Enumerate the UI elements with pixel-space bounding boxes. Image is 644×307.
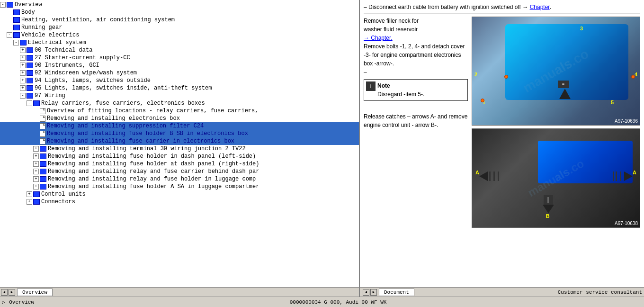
tree-item-90-instruments[interactable]: +90 Instruments, GCI	[0, 62, 359, 69]
tree-item-removing-electronics-box[interactable]: Removing and installing electronics box	[0, 115, 359, 122]
expand-removing-relay-fuse-dash[interactable]: +	[33, 169, 39, 174]
tree-item-96-lights[interactable]: +96 Lights, lamps, switches inside, anti…	[0, 84, 359, 92]
tree-item-removing-suppression[interactable]: Removing and installing suppression filt…	[0, 122, 359, 130]
expand-94-lights[interactable]: +	[20, 78, 26, 83]
expand-removing-fuse-holder-sa[interactable]: +	[33, 184, 39, 190]
tree-item-94-lights[interactable]: +94 Lights, lamps, switches outside	[0, 77, 359, 84]
overview-label: Overview	[9, 299, 34, 305]
tree-label-00-tech: 00 Technical data	[35, 47, 92, 54]
expand-27-starter[interactable]: +	[20, 55, 26, 61]
tree-item-overview-fitting[interactable]: Overview of fitting locations - relay ca…	[0, 107, 359, 115]
dash-text: –	[364, 68, 468, 76]
tree-label-relay-carriers: Relay carriers, fuse carriers, electroni…	[41, 100, 205, 107]
expand-removing-fuse-dash-right[interactable]: +	[33, 161, 39, 167]
tree-label-92-windscreen: 92 Windscreen wipe/wash system	[35, 70, 137, 76]
expand-removing-fuse-dash-left[interactable]: +	[33, 154, 39, 159]
expand-92-windscreen[interactable]: +	[20, 70, 26, 76]
nav-arrows-left[interactable]: ◄ ►	[0, 288, 16, 297]
expand-electrical-system[interactable]: -	[13, 40, 19, 45]
tree-item-removing-terminal30[interactable]: +Removing and installing terminal 30 wir…	[0, 145, 359, 153]
left-bottom-bar: ◄ ► Overview	[0, 288, 360, 297]
tree-label-removing-electronics-box: Removing and installing electronics box	[47, 115, 180, 122]
book-icon-relay-carriers	[33, 100, 40, 106]
tree-label-90-instruments: 90 Instruments, GCI	[35, 62, 99, 69]
overview-tab[interactable]: Overview	[17, 289, 53, 296]
expand-00-tech[interactable]: +	[20, 47, 26, 53]
tree-label-removing-terminal30: Removing and installing terminal 30 wiri…	[48, 145, 246, 152]
chapter-arrow: →	[522, 4, 529, 10]
label-a-left: A	[475, 170, 479, 175]
expand-removing-terminal30[interactable]: +	[33, 146, 39, 152]
expand-97-wiring[interactable]: -	[20, 93, 26, 99]
note-text: Disregard -item 5-.	[377, 91, 424, 98]
tree-item-00-tech[interactable]: +00 Technical data	[0, 46, 359, 54]
tree-item-body[interactable]: Body	[0, 9, 359, 16]
nav-arrows-right[interactable]: ◄ ►	[362, 288, 378, 297]
tree-label-removing-fuse-dash-right: Removing and installing fuse holder at d…	[48, 161, 259, 167]
img-ref-2: A97-10638	[615, 221, 638, 226]
engine-image-2: A A	[472, 128, 640, 228]
tree-item-removing-fuse-dash-left[interactable]: +Removing and installing fuse holder in …	[0, 153, 359, 160]
tree-label-overview: Overview	[15, 1, 42, 8]
images-column: ≡ 1 2 3 4 5 manuals.co A97-10636	[472, 17, 640, 228]
tree-item-connectors[interactable]: +Connectors	[0, 198, 359, 206]
nav-left-arrow[interactable]: ◄	[1, 289, 8, 296]
nav-right-arrow[interactable]: ►	[9, 289, 15, 296]
expand-control-units[interactable]: +	[27, 191, 32, 197]
tree-item-overview[interactable]: -Overview	[0, 1, 359, 9]
top-instruction: – Disconnect earth cable from battery wi…	[364, 4, 640, 14]
book-icon-removing-relay-fuse-dash	[40, 169, 46, 174]
label-5: 5	[611, 99, 614, 105]
expand-96-lights[interactable]: +	[20, 85, 26, 91]
doc-icon-removing-fuse-sb	[40, 131, 45, 137]
expand-90-instruments[interactable]: +	[20, 63, 26, 68]
tree-item-27-starter[interactable]: +27 Starter-current supply-CC	[0, 54, 359, 62]
tree-item-relay-carriers[interactable]: -Relay carriers, fuse carriers, electron…	[0, 99, 359, 107]
book-icon-96-lights	[27, 85, 33, 91]
book-icon-92-windscreen	[27, 70, 33, 76]
book-icon-removing-terminal30	[40, 146, 46, 152]
nav-right-arrow-r[interactable]: ►	[370, 289, 377, 296]
circle-4	[631, 75, 635, 79]
book-icon-90-instruments	[27, 63, 33, 68]
expand-overview[interactable]: -	[0, 2, 6, 8]
right-bottom-left: ◄ ► Document	[362, 288, 414, 297]
book-icon-94-lights	[27, 78, 33, 83]
tree-label-removing-relay-fuse-dash: Removing and installing relay and fuse c…	[48, 168, 259, 175]
expand-removing-relay-fuse-luggage[interactable]: +	[33, 176, 39, 182]
tree-item-removing-fuse-carrier[interactable]: Removing and installing fuse carrier in …	[0, 137, 359, 145]
tree-view[interactable]: -OverviewBodyHeating, ventilation, air c…	[0, 0, 359, 287]
book-icon-removing-relay-fuse-luggage	[40, 176, 46, 182]
expand-connectors[interactable]: +	[27, 199, 32, 205]
tree-item-92-windscreen[interactable]: +92 Windscreen wipe/wash system	[0, 69, 359, 77]
tree-item-removing-relay-fuse-dash[interactable]: +Removing and installing relay and fuse …	[0, 168, 359, 175]
tree-item-electrical-system[interactable]: -Electrical system	[0, 39, 359, 46]
nav-left-arrow-r[interactable]: ◄	[363, 289, 369, 296]
book-icon-electrical-system	[20, 40, 27, 45]
tree-item-removing-fuse-holder-sa[interactable]: +Removing and installing fuse holder A S…	[0, 183, 359, 190]
label-a-right: A	[633, 170, 636, 175]
triangle-icon: ▷	[2, 299, 5, 305]
document-tab[interactable]: Document	[379, 289, 414, 296]
tree-label-body: Body	[21, 9, 35, 16]
tree-item-running-gear[interactable]: Running gear	[0, 24, 359, 31]
disconnect-text: – Disconnect earth cable from battery wi…	[364, 4, 521, 10]
tree-item-hvac[interactable]: Heating, ventilation, air conditioning s…	[0, 16, 359, 24]
tree-item-97-wiring[interactable]: -97 Wiring	[0, 92, 359, 99]
chapter-link[interactable]: Chapter	[530, 4, 550, 10]
note-content: Note Disregard -item 5-.	[377, 81, 424, 99]
expand-vehicle-electrics[interactable]: -	[7, 32, 12, 38]
circle-1	[481, 99, 484, 102]
book-icon-hvac	[13, 17, 20, 23]
status-left: ▷ Overview	[2, 299, 34, 305]
tree-item-control-units[interactable]: +Control units	[0, 190, 359, 198]
instruction-release: Release catches – arrows A- and remove e…	[364, 112, 468, 129]
tree-label-hvac: Heating, ventilation, air conditioning s…	[21, 17, 175, 23]
tree-item-vehicle-electrics[interactable]: -Vehicle electrics	[0, 31, 359, 39]
tree-item-removing-fuse-dash-right[interactable]: +Removing and installing fuse holder at …	[0, 160, 359, 168]
tree-label-vehicle-electrics: Vehicle electrics	[21, 32, 79, 38]
tree-item-removing-relay-fuse-luggage[interactable]: +Removing and installing relay and fuse …	[0, 175, 359, 183]
tree-label-electrical-system: Electrical system	[28, 39, 86, 46]
tree-item-removing-fuse-sb[interactable]: Removing and installing fuse holder B SB…	[0, 130, 359, 137]
expand-relay-carriers[interactable]: -	[27, 100, 32, 106]
